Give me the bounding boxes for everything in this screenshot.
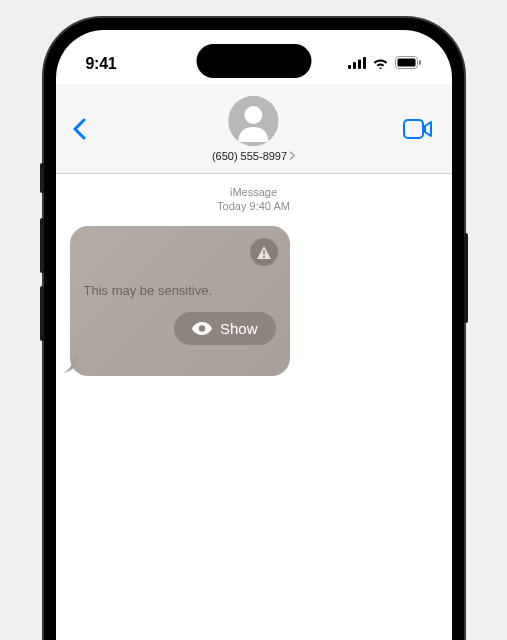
facetime-button[interactable] (400, 111, 436, 147)
status-indicators (348, 55, 422, 73)
dynamic-island (196, 44, 311, 78)
svg-rect-9 (404, 120, 423, 138)
sensitive-content-bubble[interactable]: This may be sensitive. Show (70, 226, 290, 376)
svg-rect-0 (348, 65, 351, 69)
eye-icon (192, 322, 212, 335)
chevron-left-icon (72, 118, 86, 140)
svg-point-12 (199, 325, 205, 331)
svg-point-11 (263, 256, 265, 258)
video-icon (403, 119, 433, 139)
phone-side-button (40, 218, 44, 273)
message-bubble-wrap: This may be sensitive. Show (70, 226, 290, 376)
svg-point-8 (244, 106, 262, 124)
phone-side-button (40, 286, 44, 341)
person-icon (228, 96, 278, 146)
contact-phone-number: (650) 555-8997 (212, 150, 287, 162)
back-button[interactable] (72, 109, 102, 149)
phone-side-button (464, 233, 468, 323)
warning-icon (250, 238, 278, 266)
timestamp-label: Today 9:40 AM (70, 200, 438, 212)
contact-info[interactable]: (650) 555-8997 (212, 96, 295, 162)
avatar (228, 96, 278, 146)
sensitive-warning-text: This may be sensitive. (84, 283, 213, 298)
svg-rect-3 (363, 57, 366, 69)
show-button[interactable]: Show (174, 312, 276, 345)
svg-rect-5 (397, 59, 415, 67)
cellular-icon (348, 55, 366, 73)
contact-name-row: (650) 555-8997 (212, 150, 295, 162)
svg-rect-6 (419, 60, 421, 65)
svg-rect-10 (263, 250, 265, 255)
svg-rect-1 (353, 62, 356, 69)
service-label: iMessage (70, 186, 438, 198)
show-button-label: Show (220, 320, 258, 337)
bubble-tail (63, 355, 79, 373)
iphone-frame: 9:41 (650) (44, 18, 464, 640)
chevron-right-icon (289, 151, 295, 160)
status-time: 9:41 (86, 55, 117, 73)
wifi-icon (372, 55, 389, 73)
conversation-header: (650) 555-8997 (56, 84, 452, 174)
phone-side-button (40, 163, 44, 193)
battery-icon (395, 55, 422, 73)
svg-rect-2 (358, 60, 361, 70)
screen: 9:41 (650) (56, 30, 452, 640)
messages-area[interactable]: iMessage Today 9:40 AM This may be sensi… (56, 174, 452, 640)
